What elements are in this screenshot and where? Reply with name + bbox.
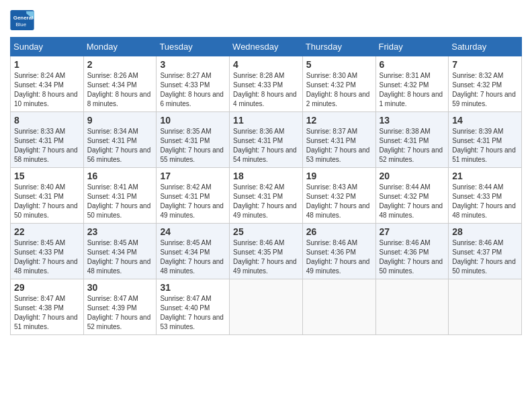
- empty-cell: [375, 279, 449, 335]
- calendar-day-cell: 27Sunrise: 8:46 AMSunset: 4:36 PMDayligh…: [375, 224, 449, 279]
- day-info: Sunrise: 8:44 AMSunset: 4:33 PMDaylight:…: [452, 183, 518, 220]
- calendar-day-cell: 19Sunrise: 8:43 AMSunset: 4:32 PMDayligh…: [302, 168, 375, 224]
- calendar-day-cell: 15Sunrise: 8:40 AMSunset: 4:31 PMDayligh…: [11, 168, 84, 224]
- weekday-header-tuesday: Tuesday: [157, 38, 230, 56]
- day-number: 29: [14, 282, 80, 293]
- day-info: Sunrise: 8:26 AMSunset: 4:34 PMDaylight:…: [87, 71, 153, 109]
- day-info: Sunrise: 8:34 AMSunset: 4:31 PMDaylight:…: [87, 127, 153, 165]
- day-info: Sunrise: 8:33 AMSunset: 4:31 PMDaylight:…: [14, 127, 80, 165]
- day-number: 23: [87, 226, 153, 237]
- day-info: Sunrise: 8:43 AMSunset: 4:32 PMDaylight:…: [306, 183, 372, 220]
- day-number: 30: [87, 282, 153, 293]
- day-info: Sunrise: 8:37 AMSunset: 4:31 PMDaylight:…: [306, 127, 372, 165]
- calendar-day-cell: 5Sunrise: 8:30 AMSunset: 4:32 PMDaylight…: [302, 56, 375, 112]
- logo-icon: General Blue: [10, 10, 34, 30]
- calendar-day-cell: 13Sunrise: 8:38 AMSunset: 4:31 PMDayligh…: [375, 112, 449, 168]
- calendar-day-cell: 6Sunrise: 8:31 AMSunset: 4:32 PMDaylight…: [375, 56, 449, 112]
- calendar-day-cell: 16Sunrise: 8:41 AMSunset: 4:31 PMDayligh…: [83, 168, 157, 224]
- day-info: Sunrise: 8:45 AMSunset: 4:34 PMDaylight:…: [87, 238, 153, 276]
- calendar-day-cell: 31Sunrise: 8:47 AMSunset: 4:40 PMDayligh…: [157, 279, 230, 335]
- calendar-day-cell: 14Sunrise: 8:39 AMSunset: 4:31 PMDayligh…: [449, 112, 522, 168]
- weekday-header-monday: Monday: [83, 38, 157, 56]
- day-info: Sunrise: 8:40 AMSunset: 4:31 PMDaylight:…: [14, 183, 80, 220]
- calendar-week-row: 15Sunrise: 8:40 AMSunset: 4:31 PMDayligh…: [11, 168, 522, 224]
- day-info: Sunrise: 8:30 AMSunset: 4:32 PMDaylight:…: [306, 71, 372, 109]
- day-number: 27: [380, 226, 445, 237]
- header: General Blue: [10, 10, 522, 30]
- calendar-day-cell: 21Sunrise: 8:44 AMSunset: 4:33 PMDayligh…: [449, 168, 522, 224]
- day-info: Sunrise: 8:46 AMSunset: 4:36 PMDaylight:…: [306, 238, 372, 276]
- day-number: 1: [14, 59, 80, 70]
- weekday-header-saturday: Saturday: [449, 38, 522, 56]
- day-number: 2: [87, 59, 153, 70]
- calendar-day-cell: 23Sunrise: 8:45 AMSunset: 4:34 PMDayligh…: [83, 224, 157, 279]
- day-info: Sunrise: 8:44 AMSunset: 4:32 PMDaylight:…: [380, 183, 445, 220]
- day-number: 8: [14, 115, 80, 126]
- day-info: Sunrise: 8:31 AMSunset: 4:32 PMDaylight:…: [380, 71, 445, 109]
- day-info: Sunrise: 8:41 AMSunset: 4:31 PMDaylight:…: [87, 183, 153, 220]
- day-number: 12: [306, 115, 372, 126]
- day-info: Sunrise: 8:42 AMSunset: 4:31 PMDaylight:…: [160, 183, 226, 220]
- day-number: 19: [306, 171, 372, 181]
- day-info: Sunrise: 8:46 AMSunset: 4:35 PMDaylight:…: [233, 238, 299, 276]
- calendar-day-cell: 2Sunrise: 8:26 AMSunset: 4:34 PMDaylight…: [83, 56, 157, 112]
- day-info: Sunrise: 8:46 AMSunset: 4:36 PMDaylight:…: [380, 238, 445, 276]
- calendar-day-cell: 25Sunrise: 8:46 AMSunset: 4:35 PMDayligh…: [230, 224, 303, 279]
- day-info: Sunrise: 8:39 AMSunset: 4:31 PMDaylight:…: [452, 127, 518, 165]
- day-number: 14: [452, 115, 518, 126]
- calendar-week-row: 8Sunrise: 8:33 AMSunset: 4:31 PMDaylight…: [11, 112, 522, 168]
- day-number: 24: [160, 226, 226, 237]
- day-number: 10: [160, 115, 226, 126]
- empty-cell: [302, 279, 375, 335]
- weekday-header-sunday: Sunday: [11, 38, 84, 56]
- day-number: 16: [87, 171, 153, 181]
- day-number: 20: [380, 171, 445, 181]
- day-info: Sunrise: 8:45 AMSunset: 4:33 PMDaylight:…: [14, 238, 80, 276]
- day-number: 9: [87, 115, 153, 126]
- day-number: 4: [233, 59, 299, 70]
- day-info: Sunrise: 8:42 AMSunset: 4:31 PMDaylight:…: [233, 183, 299, 220]
- weekday-header-thursday: Thursday: [302, 38, 375, 56]
- calendar-day-cell: 4Sunrise: 8:28 AMSunset: 4:33 PMDaylight…: [230, 56, 303, 112]
- calendar-day-cell: 30Sunrise: 8:47 AMSunset: 4:39 PMDayligh…: [83, 279, 157, 335]
- day-info: Sunrise: 8:47 AMSunset: 4:38 PMDaylight:…: [14, 294, 80, 332]
- day-info: Sunrise: 8:28 AMSunset: 4:33 PMDaylight:…: [233, 71, 299, 109]
- day-number: 6: [380, 59, 445, 70]
- weekday-header-wednesday: Wednesday: [230, 38, 303, 56]
- calendar-day-cell: 26Sunrise: 8:46 AMSunset: 4:36 PMDayligh…: [302, 224, 375, 279]
- calendar-day-cell: 7Sunrise: 8:32 AMSunset: 4:32 PMDaylight…: [449, 56, 522, 112]
- calendar-day-cell: 29Sunrise: 8:47 AMSunset: 4:38 PMDayligh…: [11, 279, 84, 335]
- calendar-day-cell: 22Sunrise: 8:45 AMSunset: 4:33 PMDayligh…: [11, 224, 84, 279]
- day-number: 18: [233, 171, 299, 181]
- day-number: 15: [14, 171, 80, 181]
- day-number: 21: [452, 171, 518, 181]
- svg-text:General: General: [13, 15, 34, 21]
- calendar-day-cell: 17Sunrise: 8:42 AMSunset: 4:31 PMDayligh…: [157, 168, 230, 224]
- calendar-day-cell: 12Sunrise: 8:37 AMSunset: 4:31 PMDayligh…: [302, 112, 375, 168]
- calendar-week-row: 1Sunrise: 8:24 AMSunset: 4:34 PMDaylight…: [11, 56, 522, 112]
- day-info: Sunrise: 8:45 AMSunset: 4:34 PMDaylight:…: [160, 238, 226, 276]
- day-number: 3: [160, 59, 226, 70]
- day-number: 31: [160, 282, 226, 293]
- day-info: Sunrise: 8:35 AMSunset: 4:31 PMDaylight:…: [160, 127, 226, 165]
- weekday-header-row: SundayMondayTuesdayWednesdayThursdayFrid…: [11, 38, 522, 56]
- logo: General Blue: [10, 10, 34, 30]
- day-info: Sunrise: 8:38 AMSunset: 4:31 PMDaylight:…: [380, 127, 445, 165]
- day-info: Sunrise: 8:27 AMSunset: 4:33 PMDaylight:…: [160, 71, 226, 109]
- day-info: Sunrise: 8:32 AMSunset: 4:32 PMDaylight:…: [452, 71, 518, 109]
- day-number: 22: [14, 226, 80, 237]
- day-number: 13: [380, 115, 445, 126]
- calendar-day-cell: 20Sunrise: 8:44 AMSunset: 4:32 PMDayligh…: [375, 168, 449, 224]
- calendar-week-row: 29Sunrise: 8:47 AMSunset: 4:38 PMDayligh…: [11, 279, 522, 335]
- calendar-day-cell: 11Sunrise: 8:36 AMSunset: 4:31 PMDayligh…: [230, 112, 303, 168]
- day-info: Sunrise: 8:24 AMSunset: 4:34 PMDaylight:…: [14, 71, 80, 109]
- calendar-day-cell: 9Sunrise: 8:34 AMSunset: 4:31 PMDaylight…: [83, 112, 157, 168]
- calendar-day-cell: 3Sunrise: 8:27 AMSunset: 4:33 PMDaylight…: [157, 56, 230, 112]
- day-number: 25: [233, 226, 299, 237]
- empty-cell: [449, 279, 522, 335]
- calendar-week-row: 22Sunrise: 8:45 AMSunset: 4:33 PMDayligh…: [11, 224, 522, 279]
- day-number: 28: [452, 226, 518, 237]
- day-info: Sunrise: 8:46 AMSunset: 4:37 PMDaylight:…: [452, 238, 518, 276]
- day-number: 7: [452, 59, 518, 70]
- svg-text:Blue: Blue: [15, 21, 26, 28]
